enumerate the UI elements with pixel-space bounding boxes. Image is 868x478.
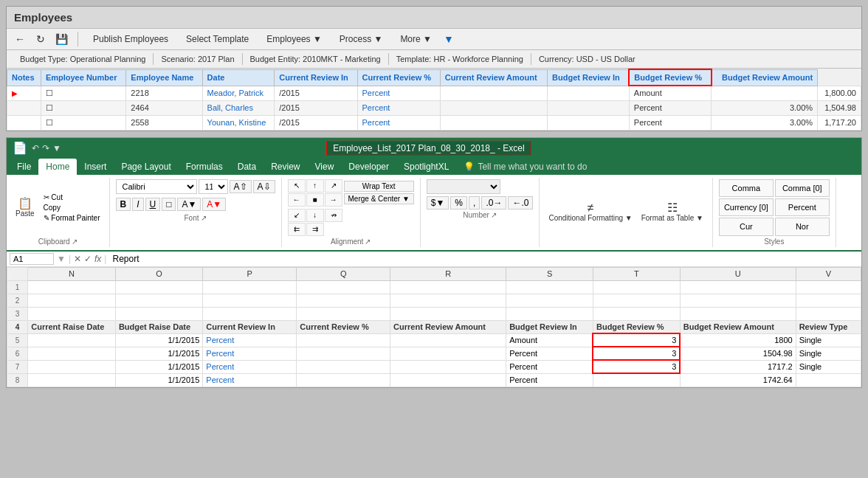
sheet-cell[interactable]: 1/1/2015 bbox=[115, 347, 202, 360]
number-expand-icon[interactable]: ↗ bbox=[491, 211, 497, 219]
col-header-u[interactable]: U bbox=[680, 267, 796, 280]
font-expand-icon[interactable]: ↗ bbox=[201, 214, 207, 222]
menu-insert[interactable]: Insert bbox=[77, 159, 114, 175]
sheet-cell[interactable] bbox=[28, 373, 116, 387]
sheet-cell[interactable] bbox=[593, 307, 680, 320]
menu-formulas[interactable]: Formulas bbox=[179, 159, 230, 175]
col-header-n[interactable]: N bbox=[28, 267, 116, 280]
sheet-cell[interactable]: Current Review Amount bbox=[390, 320, 506, 333]
align-bottom-left[interactable]: ↙ bbox=[288, 209, 306, 222]
dec-increase-btn[interactable]: .0→ bbox=[481, 196, 506, 209]
list-item[interactable]: 2 bbox=[7, 294, 861, 307]
cell-reference-input[interactable] bbox=[10, 253, 54, 265]
menu-home[interactable]: Home bbox=[38, 159, 77, 175]
sheet-cell[interactable]: 1/1/2015 bbox=[115, 360, 202, 373]
sheet-cell[interactable] bbox=[506, 307, 593, 320]
sheet-cell[interactable]: Percent bbox=[203, 347, 297, 360]
emp-name-cell[interactable]: Meador, Patrick bbox=[202, 86, 275, 100]
sheet-cell[interactable] bbox=[390, 373, 506, 387]
sheet-cell[interactable] bbox=[297, 373, 390, 387]
sheet-cell[interactable]: Percent bbox=[203, 360, 297, 373]
sheet-cell[interactable] bbox=[28, 280, 116, 294]
cur-style-button[interactable]: Cur bbox=[719, 218, 774, 235]
sheet-cell[interactable] bbox=[593, 373, 680, 387]
employees-dropdown-button[interactable]: Employees ▼ bbox=[261, 32, 328, 46]
publish-employees-button[interactable]: Publish Employees bbox=[87, 32, 174, 46]
formula-input[interactable] bbox=[109, 253, 858, 265]
sheet-cell[interactable] bbox=[796, 307, 861, 320]
align-mid-left[interactable]: ← bbox=[288, 193, 306, 207]
underline-button[interactable]: U bbox=[145, 198, 161, 211]
insert-function-icon[interactable]: fx bbox=[94, 254, 101, 264]
currency-btn[interactable]: $▼ bbox=[427, 196, 450, 209]
select-template-button[interactable]: Select Template bbox=[180, 32, 255, 46]
sheet-cell[interactable] bbox=[593, 280, 680, 294]
sheet-cell[interactable] bbox=[390, 294, 506, 307]
cancel-formula-icon[interactable]: ✕ bbox=[74, 254, 81, 264]
confirm-formula-icon[interactable]: ✓ bbox=[84, 254, 92, 264]
align-mid-center[interactable]: ■ bbox=[306, 193, 324, 207]
sheet-cell[interactable]: Amount bbox=[506, 333, 593, 347]
align-top-right[interactable]: ↗ bbox=[325, 179, 342, 193]
sheet-cell[interactable] bbox=[115, 280, 202, 294]
sheet-cell[interactable] bbox=[796, 373, 861, 387]
sheet-cell[interactable] bbox=[297, 347, 390, 360]
menu-file[interactable]: File bbox=[10, 159, 38, 175]
emp-num-cell[interactable]: 2218 bbox=[126, 86, 202, 100]
sheet-cell[interactable]: 3 bbox=[593, 347, 680, 360]
col-header-o[interactable]: O bbox=[115, 267, 202, 280]
sheet-cell[interactable] bbox=[28, 307, 116, 320]
conditional-formatting-button[interactable]: ≠ Conditional Formatting ▼ bbox=[545, 201, 635, 224]
sheet-cell[interactable]: 3 bbox=[593, 360, 680, 373]
menu-view[interactable]: View bbox=[308, 159, 342, 175]
list-item[interactable]: 1 bbox=[7, 280, 861, 294]
sheet-cell[interactable]: 1/1/2015 bbox=[115, 333, 202, 347]
refresh-icon[interactable]: ↻ bbox=[33, 32, 48, 46]
increase-font-button[interactable]: A⇧ bbox=[230, 180, 252, 193]
col-header-r[interactable]: R bbox=[390, 267, 506, 280]
sheet-cell[interactable]: Current Raise Date bbox=[28, 320, 116, 333]
menu-spotlightxl[interactable]: SpotlightXL bbox=[396, 159, 456, 175]
number-format-select[interactable]: General bbox=[427, 179, 500, 194]
sheet-cell[interactable] bbox=[390, 333, 506, 347]
nor-style-button[interactable]: Nor bbox=[775, 218, 830, 235]
sheet-cell[interactable] bbox=[680, 280, 796, 294]
sheet-cell[interactable]: Single bbox=[796, 333, 861, 347]
sheet-cell[interactable]: 1717.2 bbox=[680, 360, 796, 373]
back-arrow[interactable]: ← bbox=[13, 32, 27, 46]
menu-developer[interactable]: Developer bbox=[341, 159, 396, 175]
font-name-select[interactable]: Calibri bbox=[116, 179, 197, 194]
merge-center-button[interactable]: Merge & Center ▼ bbox=[344, 193, 414, 204]
sheet-cell[interactable]: 3 bbox=[593, 333, 680, 347]
list-item[interactable]: 3 bbox=[7, 307, 861, 320]
percent-style-button[interactable]: Percent bbox=[775, 198, 830, 216]
sheet-cell[interactable] bbox=[28, 347, 116, 360]
emp-num-cell[interactable]: 2464 bbox=[126, 100, 202, 115]
filter-icon[interactable]: ▼ bbox=[444, 33, 454, 45]
font-size-select[interactable]: 11 bbox=[199, 179, 228, 194]
process-dropdown-button[interactable]: Process ▼ bbox=[334, 32, 389, 46]
sheet-cell[interactable] bbox=[28, 294, 116, 307]
percent-btn[interactable]: % bbox=[450, 196, 467, 209]
align-top-left[interactable]: ↖ bbox=[288, 179, 306, 193]
sheet-cell[interactable]: Current Review % bbox=[297, 320, 390, 333]
sheet-cell[interactable] bbox=[297, 280, 390, 294]
currency0-style-button[interactable]: Currency [0] bbox=[719, 198, 774, 216]
sheet-cell[interactable] bbox=[297, 307, 390, 320]
alignment-expand-icon[interactable]: ↗ bbox=[365, 238, 371, 246]
sheet-cell[interactable] bbox=[506, 294, 593, 307]
sheet-cell[interactable] bbox=[203, 307, 297, 320]
list-item[interactable]: 81/1/2015PercentPercent1742.64 bbox=[7, 373, 861, 387]
sheet-cell[interactable]: 1504.98 bbox=[680, 347, 796, 360]
col-header-s[interactable]: S bbox=[506, 267, 593, 280]
sheet-cell[interactable]: Percent bbox=[203, 373, 297, 387]
sheet-cell[interactable] bbox=[390, 280, 506, 294]
sheet-cell[interactable] bbox=[297, 294, 390, 307]
menu-data[interactable]: Data bbox=[230, 159, 264, 175]
more-dropdown-button[interactable]: More ▼ bbox=[394, 32, 438, 46]
sheet-cell[interactable] bbox=[680, 307, 796, 320]
sheet-cell[interactable] bbox=[115, 294, 202, 307]
col-header-p[interactable]: P bbox=[203, 267, 297, 280]
cut-button[interactable]: ✂ Cut bbox=[41, 193, 103, 202]
indent-decrease[interactable]: ⇇ bbox=[288, 223, 306, 236]
